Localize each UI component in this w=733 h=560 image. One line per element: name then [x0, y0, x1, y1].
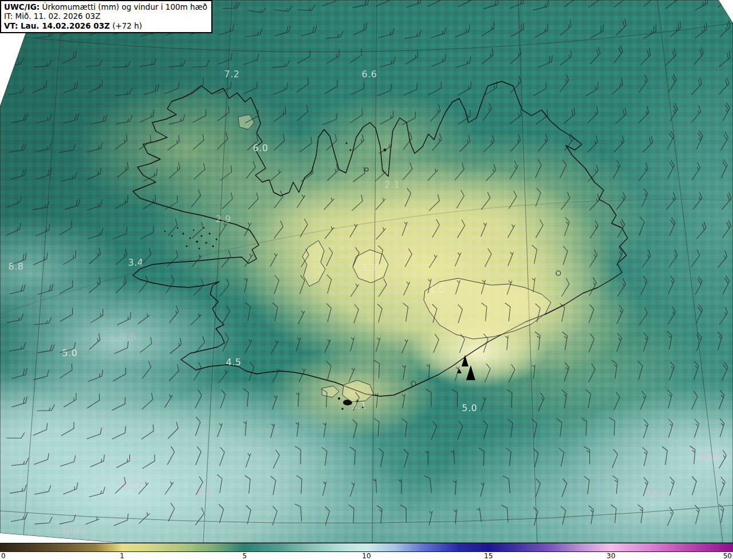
forecast-header: UWC/IG: Úrkomumætti (mm) og vindur i 100…	[0, 0, 212, 33]
colorbar-tick: 50	[723, 552, 732, 560]
precipitation-colorbar: 01510153050	[0, 543, 733, 560]
product-title-line: UWC/IG: Úrkomumætti (mm) og vindur i 100…	[4, 2, 207, 11]
weather-map: 7.26.66.02.12.93.48.81.31.05.04.51.93.15…	[0, 0, 733, 543]
colorbar-tick: 10	[362, 552, 371, 560]
colorbar-tick: 15	[484, 552, 492, 560]
valid-time-bold: VT: Lau. 14.02.2026 03Z	[4, 21, 110, 30]
wind-barbs	[7, 0, 731, 526]
colorbar-tick-labels: 01510153050	[0, 552, 733, 560]
valid-time-suffix: (+72 h)	[112, 21, 142, 30]
colorbar-tick: 1	[120, 552, 124, 560]
colorbar-tick: 30	[606, 552, 615, 560]
colorbar-tick: 0	[1, 552, 6, 560]
weather-forecast-screen: 7.26.66.02.12.93.48.81.31.05.04.51.93.15…	[0, 0, 733, 560]
colorbar-gradient	[0, 543, 733, 552]
product-prefix: UWC/IG:	[4, 2, 40, 11]
colorbar-tick: 5	[242, 552, 247, 560]
valid-time-line: VT: Lau. 14.02.2026 03Z (+72 h)	[4, 21, 207, 30]
wind-barbs-layer	[0, 0, 733, 543]
init-time-line: IT: Mið. 11. 02. 2026 03Z	[4, 11, 207, 21]
product-title: Úrkomumætti (mm) og vindur i 100m hæð	[42, 2, 208, 11]
